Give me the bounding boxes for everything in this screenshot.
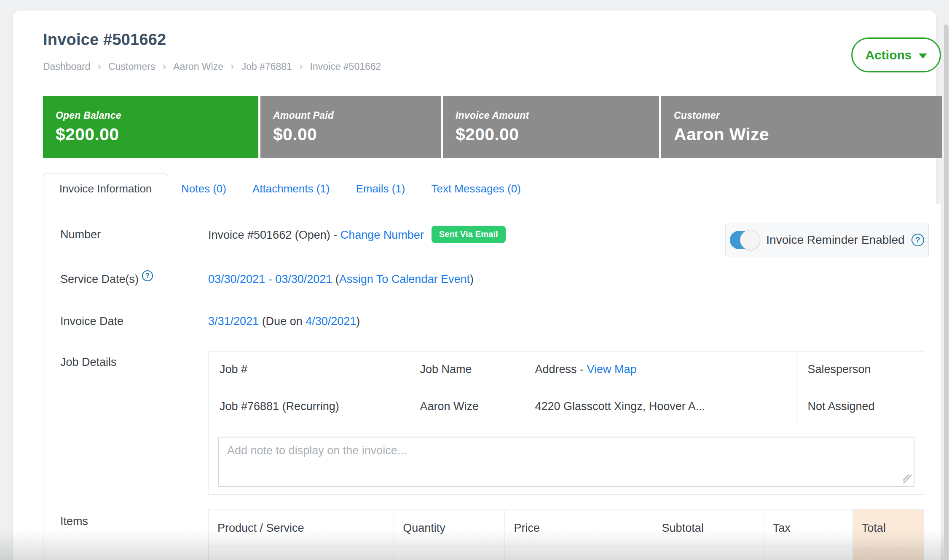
amount-paid-value: $0.00 — [273, 125, 441, 144]
breadcrumb-job[interactable]: Job #76881 — [241, 61, 292, 72]
open-balance-card: Open Balance $200.00 — [43, 96, 258, 158]
page-title: Invoice #501662 — [43, 31, 166, 49]
amount-paid-card: Amount Paid $0.00 — [260, 96, 441, 158]
invoice-reminder-toggle[interactable] — [730, 231, 759, 249]
invoice-reminder-box: Invoice Reminder Enabled ? — [725, 223, 929, 257]
tabs-bar: Invoice Information Notes (0) Attachment… — [43, 173, 534, 205]
main-card: Invoice #501662 Dashboard › Customers › … — [13, 11, 936, 560]
due-on-text: (Due on — [259, 315, 306, 328]
invoice-note-input[interactable] — [218, 437, 914, 487]
job-name-cell: Aaron Wize — [409, 388, 524, 425]
open-balance-value: $200.00 — [56, 125, 258, 144]
job-name-header: Job Name — [409, 352, 524, 388]
summary-cards-row: Open Balance $200.00 Amount Paid $0.00 I… — [43, 96, 942, 158]
item-subtotal-cell: $200.00 — [653, 547, 764, 560]
service-dates-label: Service Date(s)? — [60, 273, 153, 286]
due-date-link[interactable]: 4/30/2021 — [306, 315, 356, 328]
items-header-row: Product / Service Quantity Price Subtota… — [209, 509, 924, 547]
due-close-paren: ) — [356, 315, 360, 328]
open-balance-label: Open Balance — [56, 110, 258, 121]
item-quantity-cell: 1.00 — [394, 547, 505, 560]
chevron-right-icon: › — [231, 61, 234, 72]
job-table-row: Job #76881 (Recurring) Aaron Wize 4220 G… — [209, 388, 924, 425]
breadcrumb: Dashboard › Customers › Aaron Wize › Job… — [43, 61, 381, 72]
number-label: Number — [60, 228, 101, 241]
item-tax-cell: $0.00 — [764, 547, 852, 560]
invoice-amount-card: Invoice Amount $200.00 — [443, 96, 659, 158]
invoice-number-text: Invoice #501662 (Open) — [208, 229, 330, 241]
job-details-container: Job # Job Name Address - View Map Salesp… — [208, 351, 924, 495]
invoice-date-link[interactable]: 3/31/2021 — [208, 315, 259, 328]
item-total-cell: $200.00 — [852, 547, 924, 560]
number-value: Invoice #501662 (Open) - Change NumberSe… — [208, 227, 506, 245]
job-salesperson-cell: Not Assigned — [796, 388, 924, 425]
job-number-header: Job # — [209, 352, 409, 388]
vertical-scrollbar[interactable] — [944, 24, 949, 560]
invoice-reminder-label: Invoice Reminder Enabled — [766, 233, 904, 247]
invoice-date-value: 3/31/2021 (Due on 4/30/2021) — [208, 315, 360, 328]
invoice-amount-value: $200.00 — [456, 125, 659, 144]
job-address-cell: 4220 Glasscott Xingz, Hoover A... — [524, 388, 796, 425]
job-details-table: Job # Job Name Address - View Map Salesp… — [209, 352, 924, 425]
caret-down-icon — [919, 53, 927, 59]
job-details-label: Job Details — [60, 356, 117, 369]
item-price-cell: $200.00 / Ea — [505, 547, 653, 560]
items-table: Product / Service Quantity Price Subtota… — [208, 509, 924, 560]
subtotal-header: Subtotal — [653, 509, 764, 547]
amount-paid-label: Amount Paid — [273, 110, 441, 121]
tab-text-messages[interactable]: Text Messages (0) — [418, 173, 533, 205]
breadcrumb-dashboard[interactable]: Dashboard — [43, 61, 91, 72]
customer-card: Customer Aaron Wize — [661, 96, 942, 158]
job-number-cell: Job #76881 (Recurring) — [209, 388, 409, 425]
items-label: Items — [60, 515, 88, 528]
sent-via-email-badge: Sent Via Email — [432, 226, 506, 243]
actions-button[interactable]: Actions — [851, 37, 941, 72]
change-number-link[interactable]: Change Number — [340, 229, 424, 241]
view-map-link[interactable]: View Map — [587, 363, 637, 376]
chevron-right-icon: › — [299, 61, 303, 72]
customer-value: Aaron Wize — [674, 125, 942, 144]
breadcrumb-customer-name[interactable]: Aaron Wize — [173, 61, 223, 72]
service-dates-help-icon[interactable]: ? — [142, 270, 153, 281]
product-service-header: Product / Service — [209, 509, 394, 547]
price-header: Price — [505, 509, 653, 547]
tab-attachments[interactable]: Attachments (1) — [239, 173, 343, 205]
service-dates-label-text: Service Date(s) — [60, 273, 139, 285]
salesperson-header: Salesperson — [796, 352, 924, 388]
address-header: Address - View Map — [524, 352, 796, 388]
tax-header: Tax — [764, 509, 852, 547]
toggle-knob — [740, 230, 760, 250]
reminder-help-icon[interactable]: ? — [911, 234, 924, 246]
customer-label: Customer — [674, 110, 942, 121]
chevron-right-icon: › — [162, 61, 166, 72]
item-product-cell: Monthy Rate — [209, 547, 394, 560]
address-header-text: Address - — [535, 363, 587, 376]
job-table-header-row: Job # Job Name Address - View Map Salesp… — [209, 352, 924, 388]
service-date-range-link[interactable]: 03/30/2021 - 03/30/2021 — [208, 273, 332, 285]
breadcrumb-current-invoice: Invoice #501662 — [310, 61, 381, 72]
item-row: Monthy Rate 1.00 $200.00 / Ea $200.00 $0… — [209, 547, 924, 560]
tab-emails[interactable]: Emails (1) — [343, 173, 418, 205]
invoice-page: Invoice #501662 Dashboard › Customers › … — [0, 0, 949, 560]
paren-open: ( — [332, 273, 339, 285]
paren-close: ) — [470, 273, 474, 285]
number-dash: - — [330, 229, 340, 241]
total-header: Total — [852, 509, 924, 547]
invoice-information-panel: Number Invoice #501662 (Open) - Change N… — [43, 204, 942, 560]
quantity-header: Quantity — [394, 509, 505, 547]
tab-notes[interactable]: Notes (0) — [168, 173, 239, 205]
tab-invoice-information[interactable]: Invoice Information — [43, 173, 168, 205]
service-dates-value: 03/30/2021 - 03/30/2021 (Assign To Calen… — [208, 273, 474, 286]
breadcrumb-customers[interactable]: Customers — [108, 61, 155, 72]
invoice-date-label: Invoice Date — [60, 315, 123, 328]
chevron-right-icon: › — [98, 61, 102, 72]
assign-to-calendar-event-link[interactable]: Assign To Calendar Event — [339, 273, 470, 285]
actions-button-label: Actions — [865, 48, 911, 62]
invoice-amount-label: Invoice Amount — [456, 110, 659, 121]
